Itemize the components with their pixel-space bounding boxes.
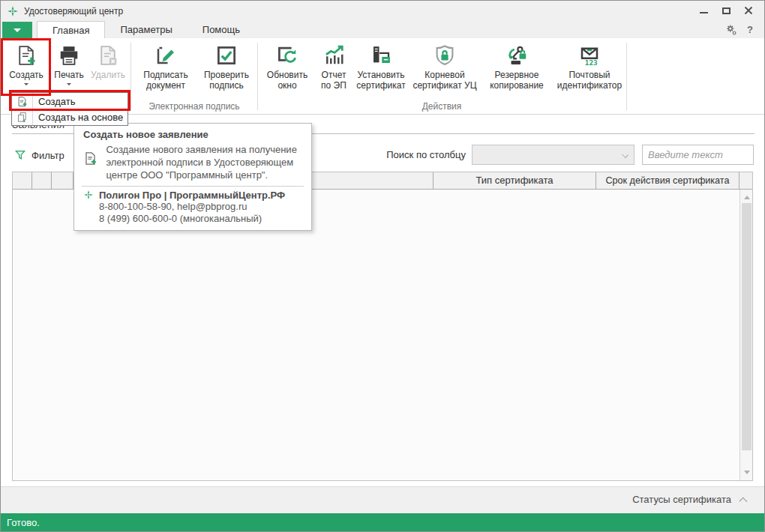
ribbon-button-delete[interactable]: Удалить: [88, 40, 128, 98]
tooltip-divider: [82, 186, 304, 187]
tooltip-title: Создать новое заявление: [74, 124, 311, 142]
create-document-icon: [12, 96, 32, 107]
maximize-icon: [722, 7, 730, 14]
group-separator: [257, 43, 258, 110]
tooltip-description: Создание нового заявления на получение э…: [99, 144, 304, 182]
contact-line-2: 8 (499) 600-600-0 (многоканальный): [74, 213, 311, 225]
certificate-statuses-panel: Статусы сертификата: [1, 486, 764, 513]
ribbon-button-root-certificate[interactable]: Корневой сертификат УЦ: [410, 40, 479, 98]
filter-funnel-icon: [14, 149, 26, 161]
maximize-button[interactable]: [715, 3, 737, 18]
ribbon-button-signature-report[interactable]: Отчет по ЭП: [316, 40, 352, 98]
ribbon-button-verify-signature[interactable]: Проверить подпись: [198, 40, 255, 98]
ribbon-button-refresh-window[interactable]: Обновить окно: [261, 40, 314, 98]
column-header-scroll-spacer: [740, 172, 752, 189]
scroll-down-arrow-icon[interactable]: [740, 467, 753, 479]
chevron-up-icon: [740, 497, 748, 505]
ribbon-tab-row: Главная Параметры Помощь ?: [1, 21, 764, 38]
ribbon-button-backup[interactable]: Резервное копирование: [482, 40, 551, 98]
copy-document-icon: [12, 112, 32, 123]
file-menu-button[interactable]: [2, 22, 32, 38]
ribbon-button-sign-document[interactable]: Подписать документ: [136, 40, 196, 98]
ribbon-button-label: Почтовый идентификатор: [554, 70, 625, 91]
column-header-certificate-term[interactable]: Срок действия сертификата: [596, 172, 740, 189]
title-bar: Удостоверяющий центр: [1, 1, 764, 21]
scroll-up-arrow-icon[interactable]: [740, 191, 753, 203]
scrollbar-thumb[interactable]: [742, 203, 752, 450]
gear-icon: [724, 23, 737, 36]
ribbon-button-label: Обновить окно: [261, 70, 314, 91]
ribbon-button-create[interactable]: Создать: [3, 40, 50, 98]
ribbon-button-mail-identifier[interactable]: 123 Почтовый идентификатор: [554, 40, 625, 98]
group-separator: [626, 43, 627, 110]
statuses-panel-label: Статусы сертификата: [632, 494, 731, 505]
brand-compass-icon: [83, 190, 94, 200]
printer-icon: [57, 43, 81, 68]
filter-button[interactable]: Фильтр: [14, 146, 64, 164]
svg-text:123: 123: [585, 58, 598, 67]
window-title: Удостоверяющий центр: [24, 6, 123, 16]
group-label-signature: Электронная подпись: [133, 101, 256, 112]
create-document-icon: [83, 151, 99, 182]
install-certificate-icon: [369, 43, 393, 68]
chevron-down-icon: [622, 151, 628, 158]
checkmark-box-icon: [214, 43, 238, 68]
menu-item-create[interactable]: Создать: [12, 93, 128, 109]
column-header-empty-2[interactable]: [32, 172, 52, 189]
minimize-icon: [700, 12, 708, 13]
contact-line-1: 8-800-100-58-90, help@pbprog.ru: [74, 201, 311, 213]
close-icon: [744, 6, 753, 15]
filter-label: Фильтр: [26, 150, 64, 161]
ribbon-button-label: Установить сертификат: [353, 70, 409, 91]
menu-item-label: Создать: [32, 96, 75, 107]
close-button[interactable]: [737, 3, 760, 18]
ribbon-button-label: Корневой сертификат УЦ: [410, 70, 479, 91]
backup-key-icon: [505, 43, 529, 68]
column-header-empty-1[interactable]: [13, 172, 32, 189]
tab-help[interactable]: Помощь: [188, 21, 255, 38]
group-separator: [130, 43, 131, 110]
ribbon-button-print[interactable]: Печать: [52, 40, 86, 98]
app-compass-icon: [7, 5, 19, 17]
search-text-input[interactable]: [642, 145, 754, 165]
sign-pen-icon: [154, 43, 178, 68]
help-button[interactable]: ?: [743, 22, 757, 36]
search-column-label: Поиск по столбцу: [376, 149, 466, 160]
chevron-down-icon: [67, 83, 71, 88]
ribbon-button-label: Удалить: [91, 70, 125, 80]
table-body: [13, 190, 752, 480]
ribbon-button-label: Резервное копирование: [482, 70, 551, 91]
search-column-combobox[interactable]: [472, 145, 634, 165]
menu-item-create-based-on[interactable]: Создать на основе: [12, 109, 128, 125]
column-header-empty-3[interactable]: [52, 172, 74, 189]
chart-report-icon: [322, 43, 346, 68]
ribbon-button-label: Проверить подпись: [198, 70, 255, 91]
delete-document-icon: [96, 43, 120, 68]
ribbon-button-label: Печать: [54, 70, 83, 80]
refresh-window-icon: [275, 43, 299, 68]
menu-item-label: Создать на основе: [32, 112, 123, 123]
ribbon-button-label: Подписать документ: [136, 70, 196, 91]
chevron-down-icon: [24, 83, 28, 88]
brand-name: Полигон Про | ПрограммныйЦентр.РФ: [94, 190, 285, 201]
vertical-scrollbar[interactable]: [740, 190, 752, 480]
group-label-actions: Действия: [259, 101, 625, 112]
chevron-down-icon: [14, 28, 21, 36]
create-dropdown-menu: Создать Создать на основе: [11, 92, 128, 126]
create-document-icon: [14, 43, 38, 68]
settings-gear-button[interactable]: [724, 22, 737, 36]
ribbon-button-label: Создать: [9, 70, 44, 80]
app-window: Удостоверяющий центр Главная Параметры П…: [0, 0, 765, 532]
create-tooltip: Создать новое заявление Создание нового …: [74, 123, 312, 231]
tab-main[interactable]: Главная: [37, 21, 105, 38]
status-bar: Готово.: [1, 513, 764, 532]
tab-settings[interactable]: Параметры: [105, 21, 187, 38]
status-text: Готово.: [1, 517, 40, 528]
ribbon-button-install-certificate[interactable]: Установить сертификат: [353, 40, 409, 98]
column-header-certificate-type[interactable]: Тип сертификата: [434, 172, 596, 189]
mail-identifier-icon: 123: [578, 43, 602, 68]
shield-lock-icon: [433, 43, 457, 68]
statuses-panel-toggle[interactable]: Статусы сертификата: [632, 494, 746, 505]
ribbon-button-label: Отчет по ЭП: [316, 70, 352, 91]
minimize-button[interactable]: [692, 3, 715, 18]
